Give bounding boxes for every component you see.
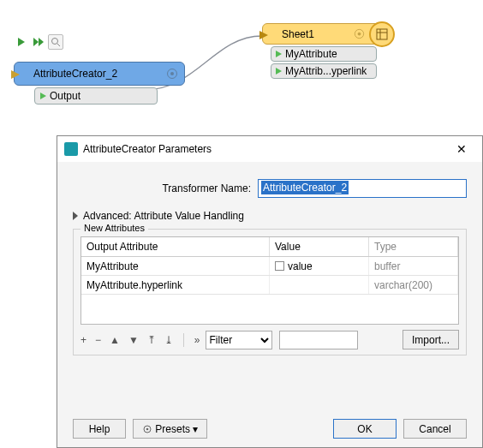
svg-marker-1: [33, 38, 39, 46]
writer-port[interactable]: MyAttribute: [271, 46, 377, 62]
checkbox-icon[interactable]: [275, 261, 284, 271]
svg-point-7: [170, 72, 174, 75]
advanced-toggle[interactable]: Advanced: Attribute Value Handling: [73, 210, 467, 222]
transformer-title: AttributeCreator_2: [33, 68, 117, 80]
input-port-icon: [259, 30, 269, 40]
input-port-icon: [10, 69, 21, 80]
dialog-icon: [64, 142, 78, 156]
svg-rect-11: [377, 29, 387, 39]
gear-icon[interactable]: [165, 67, 179, 81]
parameters-dialog: AttributeCreator Parameters ✕ Transforme…: [57, 135, 483, 448]
move-bottom-button[interactable]: ⤓: [164, 334, 173, 346]
import-button[interactable]: Import...: [402, 330, 459, 349]
gear-icon[interactable]: [353, 27, 366, 40]
output-label: Output: [50, 90, 80, 102]
filter-select[interactable]: Filter: [206, 331, 272, 349]
port-icon: [40, 93, 46, 99]
expand-icon[interactable]: »: [194, 334, 199, 346]
transformer-name-input[interactable]: AttributeCreator_2: [258, 179, 467, 198]
writer-node[interactable]: Sheet1 MyAttribute MyAttrib...yperlink: [262, 23, 385, 79]
svg-marker-0: [18, 38, 25, 46]
add-row-button[interactable]: +: [80, 334, 86, 346]
cancel-button[interactable]: Cancel: [403, 419, 467, 439]
output-port[interactable]: Output: [34, 87, 158, 105]
transformer-node[interactable]: AttributeCreator_2 Output: [14, 62, 185, 105]
inspect-icon[interactable]: [48, 34, 63, 50]
filter-input[interactable]: [279, 331, 358, 349]
writer-port[interactable]: MyAttrib...yperlink: [271, 63, 377, 79]
table-row[interactable]: MyAttribute value buffer: [81, 257, 458, 276]
close-icon[interactable]: ✕: [448, 142, 475, 156]
run-icon[interactable]: [14, 34, 29, 50]
port-icon: [276, 51, 282, 57]
table-row[interactable]: MyAttribute.hyperlink varchar(200): [81, 276, 458, 295]
canvas-toolbar: [14, 34, 63, 50]
port-icon: [276, 68, 282, 75]
svg-marker-5: [11, 70, 20, 79]
move-up-button[interactable]: ▲: [110, 334, 120, 346]
dialog-title: AttributeCreator Parameters: [83, 143, 448, 155]
col-value[interactable]: Value: [270, 237, 369, 256]
presets-button[interactable]: Presets ▾: [133, 419, 207, 439]
svg-point-10: [358, 33, 361, 36]
ok-button[interactable]: OK: [333, 419, 397, 439]
svg-point-3: [52, 39, 58, 45]
move-down-button[interactable]: ▼: [128, 334, 139, 346]
writer-type-icon: [369, 21, 395, 47]
col-output-attribute[interactable]: Output Attribute: [81, 237, 270, 256]
attributes-table[interactable]: Output Attribute Value Type MyAttribute …: [80, 236, 459, 325]
svg-point-15: [146, 427, 149, 430]
writer-title: Sheet1: [282, 28, 314, 40]
gear-icon: [142, 424, 152, 434]
move-top-button[interactable]: ⤒: [147, 334, 156, 346]
remove-row-button[interactable]: −: [95, 334, 101, 346]
svg-line-4: [57, 44, 60, 46]
run-from-icon[interactable]: [31, 34, 46, 50]
group-label: New Attributes: [80, 223, 148, 233]
transformer-name-label: Transformer Name:: [73, 182, 258, 194]
svg-marker-8: [259, 31, 268, 39]
table-row[interactable]: [81, 295, 458, 324]
svg-marker-2: [39, 38, 44, 46]
col-type[interactable]: Type: [369, 237, 458, 256]
help-button[interactable]: Help: [73, 419, 126, 439]
chevron-right-icon: [73, 212, 78, 220]
